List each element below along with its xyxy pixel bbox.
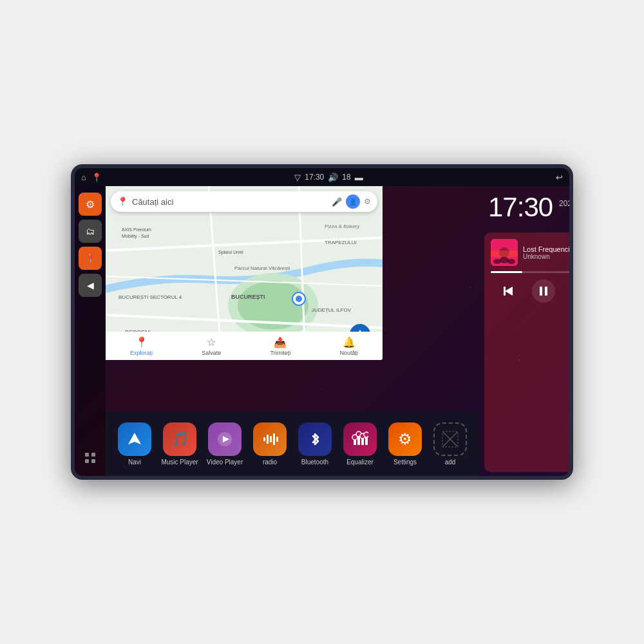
app-music-player[interactable]: 🎵 Music Player: [157, 422, 202, 466]
play-pause-button[interactable]: [532, 279, 555, 303]
sidebar-folder-btn[interactable]: 🗂: [79, 220, 102, 243]
svg-rect-2: [85, 459, 89, 463]
navi-label: Navi: [128, 459, 141, 466]
settings-label: Settings: [393, 459, 417, 466]
equalizer-label: Equalizer: [346, 459, 374, 466]
svg-rect-3: [91, 459, 95, 463]
svg-text:AXIS Premium: AXIS Premium: [122, 227, 151, 232]
svg-point-51: [507, 259, 515, 264]
svg-text:BUCUREȘTI SECTORUL 4: BUCUREȘTI SECTORUL 4: [118, 294, 182, 300]
radio-label: radio: [263, 459, 277, 466]
next-button[interactable]: [567, 279, 569, 303]
settings-map-icon[interactable]: ⚙: [364, 197, 371, 206]
right-panel: 17:30 2023/12/12 Tuesday: [479, 186, 569, 476]
music-note-icon: 🎵: [171, 431, 189, 448]
sidebar: ⚙ 🗂 📍 ◀: [75, 186, 106, 476]
bluetooth-icon: [298, 422, 332, 456]
app-equalizer[interactable]: Equalizer: [337, 422, 383, 466]
status-bar: ⌂ 📍 ▽ 17:30 🔊 18 ▬ ↩: [75, 168, 569, 186]
map-inner[interactable]: BUCUREȘTI JUDEȚUL ILFOV BERCENI BUCUREȘT…: [106, 186, 383, 360]
map-search-text[interactable]: Căutați aici: [132, 197, 328, 207]
svg-rect-55: [545, 287, 547, 296]
svg-rect-48: [491, 251, 518, 257]
track-album-art: [491, 239, 518, 266]
svg-point-50: [500, 257, 509, 263]
bluetooth-symbol-icon: [307, 431, 323, 448]
equalizer-bars-icon: [352, 431, 368, 448]
app-radio[interactable]: radio: [247, 422, 292, 466]
svg-rect-33: [273, 433, 275, 445]
map-explore-btn[interactable]: 📍 Explorați: [130, 336, 153, 356]
folder-icon: 🗂: [86, 226, 95, 236]
status-left: ⌂ 📍: [81, 173, 102, 182]
share-label: Trimiteți: [270, 350, 291, 356]
clock-date-display: 2023/12/12 Tuesday: [559, 199, 569, 216]
svg-rect-32: [270, 436, 272, 442]
map-news-btn[interactable]: 🔔 Noutăți: [339, 336, 358, 356]
clock-date: 2023/12/12: [559, 199, 569, 208]
svg-rect-35: [354, 440, 356, 445]
user-avatar[interactable]: 👤: [346, 194, 360, 209]
svg-rect-30: [263, 437, 265, 441]
center-content: BUCUREȘTI JUDEȚUL ILFOV BERCENI BUCUREȘT…: [106, 186, 479, 476]
svg-point-42: [364, 432, 368, 437]
app-navi[interactable]: Navi: [112, 422, 157, 466]
video-player-icon: [208, 422, 242, 456]
location-icon: 📍: [85, 253, 96, 263]
map-container[interactable]: BUCUREȘTI JUDEȚUL ILFOV BERCENI BUCUREȘT…: [106, 186, 479, 412]
sidebar-grid-btn[interactable]: [79, 446, 102, 469]
track-title: Lost Frequencies_Janie...: [523, 245, 569, 253]
progress-bar[interactable]: [491, 271, 569, 273]
google-maps-icon: 📍: [117, 196, 128, 207]
svg-rect-31: [267, 435, 269, 444]
navi-icon: [118, 422, 151, 456]
gear-icon: ⚙: [398, 430, 412, 448]
svg-rect-53: [504, 287, 506, 296]
svg-rect-34: [276, 437, 278, 442]
sidebar-nav-btn[interactable]: ◀: [79, 274, 102, 297]
navi-arrow-icon: [126, 430, 144, 448]
video-player-label: Video Player: [207, 459, 243, 466]
equalizer-icon: [343, 422, 377, 456]
prev-button[interactable]: [497, 279, 520, 303]
svg-rect-0: [85, 453, 89, 457]
explore-label: Explorați: [130, 350, 153, 356]
svg-rect-1: [91, 453, 95, 457]
map-search-bar[interactable]: 📍 Căutați aici 🎤 👤 ⚙: [111, 191, 377, 212]
settings-app-icon: ⚙: [388, 422, 422, 456]
app-bluetooth[interactable]: Bluetooth: [292, 422, 337, 466]
map-saved-btn[interactable]: ☆ Salvate: [202, 336, 221, 356]
add-icon: [433, 422, 467, 456]
clock-day: Tuesday: [559, 208, 569, 216]
prev-icon: [500, 283, 516, 299]
clock-status: 17:30: [305, 173, 324, 182]
home-icon[interactable]: ⌂: [81, 173, 86, 182]
clock-time-display: 17:30: [488, 194, 553, 221]
svg-marker-27: [128, 433, 141, 444]
bluetooth-label: Bluetooth: [301, 459, 328, 466]
app-settings[interactable]: ⚙ Settings: [383, 422, 428, 466]
music-track-row: Lost Frequencies_Janie... Unknown: [491, 239, 569, 266]
svg-marker-52: [505, 287, 513, 296]
sidebar-settings-btn[interactable]: ⚙: [79, 193, 102, 216]
nav-arrow-icon: ◀: [87, 280, 94, 290]
app-add[interactable]: add: [428, 422, 473, 466]
svg-text:Parcul Natural Văcărești: Parcul Natural Văcărești: [234, 265, 290, 271]
status-right: ↩: [556, 173, 563, 182]
svg-text:JUDEȚUL ILFOV: JUDEȚUL ILFOV: [312, 307, 352, 313]
back-icon[interactable]: ↩: [556, 173, 563, 182]
mic-icon[interactable]: 🎤: [332, 197, 342, 207]
music-player-icon: 🎵: [163, 422, 196, 456]
clock-widget: 17:30 2023/12/12 Tuesday: [479, 186, 569, 229]
map-bottom-bar: 📍 Explorați ☆ Salvate 📤 Trimiteți 🔔: [106, 332, 383, 360]
map-share-btn[interactable]: 📤 Trimiteți: [270, 336, 291, 356]
app-dock: Navi 🎵 Music Player Video Playe: [106, 412, 479, 476]
play-icon: [216, 431, 233, 448]
album-art-svg: [491, 239, 518, 266]
maps-status-icon[interactable]: 📍: [91, 173, 102, 182]
sidebar-location-btn[interactable]: 📍: [79, 247, 102, 270]
radio-icon: [253, 422, 287, 456]
app-video-player[interactable]: Video Player: [202, 422, 247, 466]
main-area: ⚙ 🗂 📍 ◀: [75, 186, 569, 476]
track-info: Lost Frequencies_Janie... Unknown: [523, 245, 569, 260]
